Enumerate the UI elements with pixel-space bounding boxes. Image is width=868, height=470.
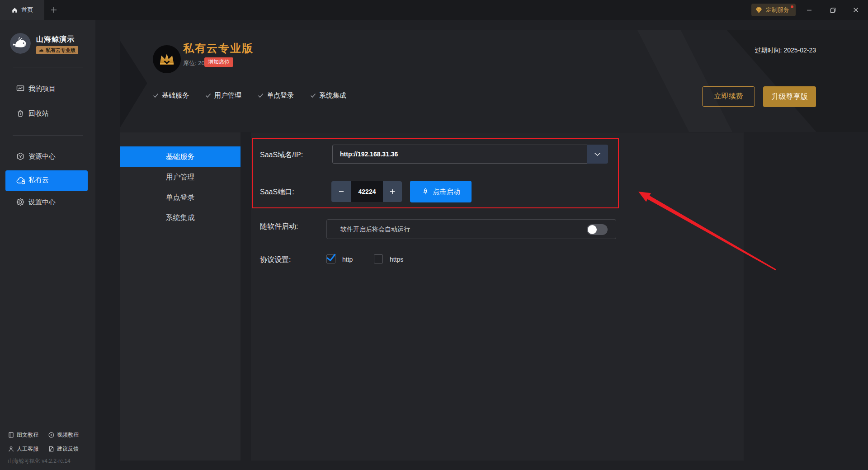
tab-home-label: 首页 xyxy=(22,6,33,14)
restore-button[interactable] xyxy=(825,0,840,20)
footer-link-label: 建议反馈 xyxy=(57,445,79,453)
footer-link-doc-tutorial[interactable]: 图文教程 xyxy=(8,431,38,439)
feature-item: 单点登录 xyxy=(258,91,294,100)
expire-label: 过期时间: xyxy=(755,47,782,54)
tab-system-integration[interactable]: 系统集成 xyxy=(120,207,241,228)
check-icon xyxy=(205,93,211,98)
divider xyxy=(13,135,83,136)
whale-logo-icon xyxy=(10,33,31,54)
title-bar: 首页 定制服务 xyxy=(0,0,868,20)
play-circle-icon xyxy=(48,432,55,438)
port-increment-button[interactable] xyxy=(383,181,402,202)
sidebar: 山海鲸演示 私有云专业版 我的项目 回收站 xyxy=(0,20,95,470)
sidebar-item-settings[interactable]: 设置中心 xyxy=(0,196,95,209)
user-name: 山海鲸演示 xyxy=(36,35,75,44)
domain-input[interactable] xyxy=(332,145,587,164)
home-icon xyxy=(11,7,18,14)
protocol-label: 协议设置: xyxy=(260,255,291,265)
footer-link-label: 图文教程 xyxy=(17,431,38,439)
port-decrement-button[interactable] xyxy=(331,181,351,202)
user-plan-badge: 私有云专业版 xyxy=(36,46,78,54)
plan-crown-badge xyxy=(153,45,181,73)
person-icon xyxy=(8,446,14,452)
cube-icon xyxy=(16,152,25,161)
tab-home[interactable]: 首页 xyxy=(0,0,44,20)
tab-basic-service[interactable]: 基础服务 xyxy=(120,146,241,167)
minimize-button[interactable] xyxy=(802,0,817,20)
http-checkbox[interactable] xyxy=(326,254,335,263)
settings-tabs-panel: 基础服务 用户管理 单点登录 系统集成 xyxy=(120,132,241,461)
check-icon xyxy=(153,93,159,98)
port-label: SaaS端口: xyxy=(260,188,294,197)
seats-info: 席位: 20 xyxy=(183,59,205,67)
custom-service-button[interactable]: 定制服务 xyxy=(751,4,796,16)
notification-dot xyxy=(791,5,793,8)
divider xyxy=(13,67,83,67)
sidebar-item-label: 私有云 xyxy=(28,176,49,184)
sidebar-item-label: 回收站 xyxy=(28,109,49,118)
feedback-icon xyxy=(48,446,55,452)
expire-info: 过期时间: 2025-02-23 xyxy=(755,47,816,55)
port-input[interactable] xyxy=(351,181,383,202)
feature-item: 用户管理 xyxy=(205,91,241,100)
https-checkbox-label: https xyxy=(390,256,403,263)
http-checkbox-label: http xyxy=(342,256,353,263)
footer-link-support[interactable]: 人工客服 xyxy=(8,445,38,453)
add-seats-button[interactable]: 增加席位 xyxy=(204,57,233,67)
close-icon xyxy=(853,7,859,13)
sidebar-item-projects[interactable]: 我的项目 xyxy=(0,83,95,95)
autostart-box: 软件开启后将会自动运行 xyxy=(326,219,616,239)
plan-title: 私有云专业版 xyxy=(183,41,254,56)
start-service-button[interactable]: 点击启动 xyxy=(410,181,472,202)
sidebar-item-recycle[interactable]: 回收站 xyxy=(0,108,95,120)
rocket-icon xyxy=(422,188,429,195)
close-button[interactable] xyxy=(848,0,863,20)
sidebar-item-label: 设置中心 xyxy=(28,198,56,207)
plus-icon xyxy=(389,188,396,195)
check-icon xyxy=(258,93,264,98)
user-plan-label: 私有云专业版 xyxy=(46,47,75,54)
avatar[interactable] xyxy=(10,33,31,54)
upgrade-button[interactable]: 升级尊享版 xyxy=(763,86,816,107)
feature-label: 系统集成 xyxy=(319,91,346,100)
footer-link-video-tutorial[interactable]: 视频教程 xyxy=(48,431,79,439)
minus-icon xyxy=(338,188,344,195)
feature-label: 基础服务 xyxy=(162,91,189,100)
custom-service-label: 定制服务 xyxy=(766,6,789,14)
minimize-icon xyxy=(806,7,812,13)
autostart-toggle[interactable] xyxy=(587,224,608,235)
plus-icon xyxy=(50,6,57,14)
start-button-label: 点击启动 xyxy=(433,188,460,196)
port-stepper xyxy=(331,181,402,202)
tab-sso[interactable]: 单点登录 xyxy=(120,187,241,208)
banner-decoration xyxy=(597,30,732,132)
tab-user-management[interactable]: 用户管理 xyxy=(120,167,241,188)
footer-link-label: 视频教程 xyxy=(57,431,79,439)
presentation-icon xyxy=(16,84,25,93)
diamond-icon xyxy=(755,7,763,14)
autostart-label: 随软件启动: xyxy=(260,222,298,231)
expire-date: 2025-02-23 xyxy=(783,47,816,54)
feature-label: 用户管理 xyxy=(214,91,241,100)
footer-link-label: 人工客服 xyxy=(17,445,38,453)
domain-label: SaaS域名/IP: xyxy=(260,150,303,160)
plan-banner: 私有云专业版 席位: 20 增加席位 基础服务 用户管理 单点登录 系统集成 xyxy=(120,30,868,132)
seats-label: 席位: xyxy=(183,60,197,66)
book-icon xyxy=(8,432,14,438)
basic-service-form: SaaS域名/IP: SaaS端口: xyxy=(251,132,744,461)
sidebar-item-private-cloud[interactable]: 私有云 xyxy=(5,170,88,191)
renew-button[interactable]: 立即续费 xyxy=(702,86,755,107)
sidebar-item-resources[interactable]: 资源中心 xyxy=(0,150,95,163)
feature-label: 单点登录 xyxy=(267,91,294,100)
restore-icon xyxy=(830,7,836,14)
new-tab-button[interactable] xyxy=(46,0,61,20)
app-window: 首页 定制服务 xyxy=(0,0,868,470)
crown-icon xyxy=(39,48,44,52)
domain-dropdown-button[interactable] xyxy=(587,145,608,164)
footer-link-feedback[interactable]: 建议反馈 xyxy=(48,445,79,453)
trash-icon xyxy=(16,109,25,118)
autostart-hint: 软件开启后将会自动运行 xyxy=(340,226,410,234)
crown-icon xyxy=(159,52,175,66)
app-version: 山海鲸可视化 v4.2.2-rc.14 xyxy=(8,457,71,465)
https-checkbox[interactable] xyxy=(374,254,383,263)
